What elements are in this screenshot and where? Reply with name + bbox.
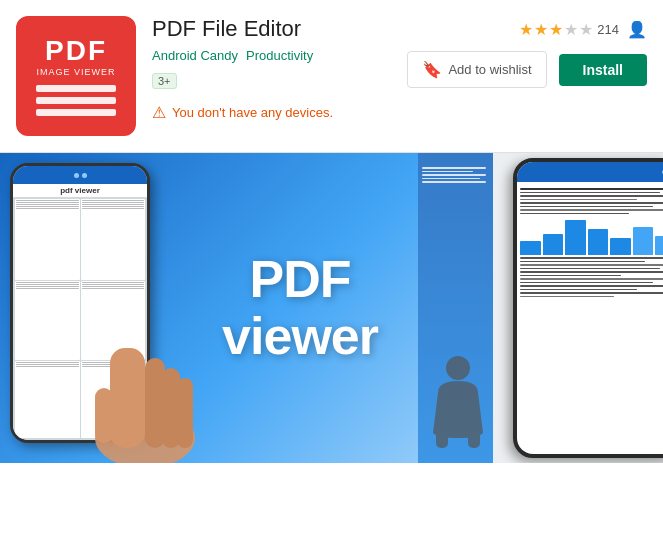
content-line	[520, 206, 653, 208]
stars-row: ★ ★ ★ ★ ★ 214 👤	[519, 20, 647, 39]
screenshot-left[interactable]: pdf viewer	[0, 153, 418, 463]
app-icon-pdf-label: PDF	[45, 37, 107, 65]
svg-rect-5	[95, 388, 113, 443]
phone-top-bar	[13, 166, 147, 184]
bar-5	[610, 238, 631, 256]
screenshot-right[interactable]	[418, 153, 663, 463]
content-line	[520, 192, 660, 194]
content-line	[520, 264, 663, 266]
age-rating-badge: 3+	[152, 73, 177, 89]
content-line	[422, 181, 486, 183]
pdf-overlay-line2: viewer	[222, 308, 378, 365]
content-line	[520, 209, 663, 211]
pdf-line	[82, 204, 145, 205]
pdf-overlay-line1: PDF	[222, 251, 378, 308]
pdf-line	[16, 204, 79, 205]
content-line	[520, 268, 660, 270]
star-3: ★	[549, 20, 563, 39]
pdf-line	[16, 208, 79, 209]
bar-1	[520, 241, 541, 255]
app-icon-line-2	[36, 97, 116, 104]
warning-text: You don't have any devices.	[172, 105, 333, 120]
rating-section: ★ ★ ★ ★ ★ 214 👤 🔖 Add to wishlist Instal…	[407, 16, 647, 136]
svg-point-6	[446, 356, 470, 380]
pdf-line	[82, 202, 145, 203]
pdf-viewer-text-overlay: PDF viewer	[222, 251, 378, 365]
pdf-line	[16, 366, 79, 367]
content-line	[520, 195, 663, 197]
content-line	[422, 167, 486, 169]
star-5: ★	[579, 20, 593, 39]
pdf-line	[16, 362, 79, 363]
svg-rect-4	[177, 378, 193, 448]
install-button[interactable]: Install	[559, 54, 647, 86]
content-line	[422, 171, 473, 173]
pdf-line	[16, 202, 79, 203]
pdf-line	[16, 286, 79, 287]
pdf-line	[16, 200, 79, 201]
content-line	[520, 289, 637, 291]
content-line	[520, 282, 653, 284]
content-line	[520, 278, 663, 280]
rating-count: 214	[597, 22, 619, 37]
content-line	[520, 202, 663, 204]
content-line	[520, 292, 663, 294]
person-icon: 👤	[627, 20, 647, 39]
app-icon-line-3	[36, 109, 116, 116]
stars: ★ ★ ★ ★ ★	[519, 20, 593, 39]
content-line	[520, 257, 663, 259]
content-line	[520, 213, 629, 215]
star-4: ★	[564, 20, 578, 39]
content-line	[520, 271, 663, 273]
app-icon-line-1	[36, 85, 116, 92]
pdf-line	[16, 206, 79, 207]
pdf-page-1	[15, 199, 80, 280]
app-info: PDF File Editor Android Candy Productivi…	[136, 16, 407, 136]
wishlist-button[interactable]: 🔖 Add to wishlist	[407, 51, 546, 88]
content-line	[422, 178, 480, 180]
pdf-line	[16, 288, 79, 289]
app-header-section: PDF IMAGE VIEWER PDF File Editor Android…	[0, 0, 663, 153]
pdf-viewer-screen-label: pdf viewer	[13, 184, 147, 197]
content-line	[520, 199, 637, 201]
warning-row: ⚠ You don't have any devices.	[152, 103, 391, 122]
app-icon: PDF IMAGE VIEWER	[16, 16, 136, 136]
star-1: ★	[519, 20, 533, 39]
mini-bar-chart	[520, 220, 663, 255]
star-2: ★	[534, 20, 548, 39]
pdf-line	[82, 208, 145, 209]
svg-rect-7	[436, 413, 448, 448]
bar-7	[655, 236, 663, 255]
app-icon-lines	[36, 85, 116, 116]
pdf-line	[16, 364, 79, 365]
action-row: 🔖 Add to wishlist Install	[407, 51, 647, 88]
content-line	[520, 275, 621, 277]
pdf-line	[16, 284, 79, 285]
bar-4	[588, 229, 609, 255]
bar-2	[543, 234, 564, 255]
phone-right-content	[517, 182, 663, 303]
screenshots-section: pdf viewer	[0, 153, 663, 463]
phone-screen-right	[517, 162, 663, 454]
app-developer-link[interactable]: Android Candy	[152, 48, 238, 63]
phone-dot-2	[82, 173, 87, 178]
app-category-link[interactable]: Productivity	[246, 48, 313, 63]
svg-rect-8	[468, 413, 480, 448]
pdf-page-5	[15, 361, 80, 438]
wishlist-icon: 🔖	[422, 60, 442, 79]
app-title: PDF File Editor	[152, 16, 391, 42]
left-content-column	[418, 161, 490, 189]
pdf-page-3	[15, 281, 80, 360]
app-icon-subtitle: IMAGE VIEWER	[36, 67, 115, 77]
pdf-line	[82, 200, 145, 201]
phone-dots	[74, 173, 87, 178]
svg-rect-1	[110, 348, 145, 448]
hand-icon	[90, 268, 200, 463]
bar-3	[565, 220, 586, 255]
phone-dot-1	[74, 173, 79, 178]
phone-mockup-right	[513, 158, 663, 458]
warning-icon: ⚠	[152, 103, 166, 122]
content-line	[520, 188, 663, 190]
content-line	[520, 296, 614, 298]
content-line	[422, 174, 486, 176]
